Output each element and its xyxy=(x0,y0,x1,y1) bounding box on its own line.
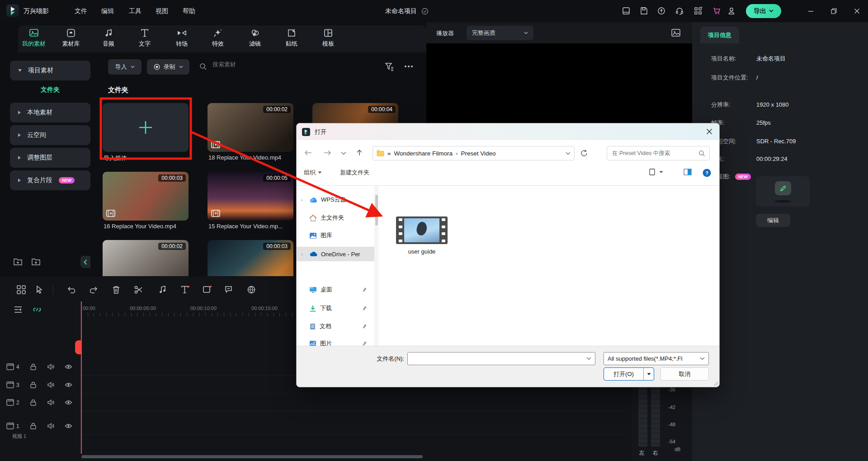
sidebar-item-local-media[interactable]: 本地素材 xyxy=(10,103,90,122)
display-mode-icon[interactable] xyxy=(622,6,631,15)
cart-icon[interactable] xyxy=(712,6,721,15)
tab-my-media[interactable]: 我的素材 xyxy=(15,27,53,52)
playhead-line[interactable] xyxy=(81,301,82,454)
dialog-sidebar-item-gallery[interactable]: 图库 xyxy=(297,228,374,243)
menu-edit[interactable]: 编辑 xyxy=(101,7,114,15)
dialog-titlebar[interactable]: 打开 xyxy=(297,123,719,140)
eye-icon[interactable] xyxy=(65,363,72,371)
scrollbar-thumb[interactable] xyxy=(375,195,378,226)
restore-button[interactable] xyxy=(829,6,839,15)
manage-tracks-icon[interactable] xyxy=(14,306,23,314)
eye-icon[interactable] xyxy=(65,381,72,389)
combo-dropdown-icon[interactable] xyxy=(700,357,705,360)
eye-icon[interactable] xyxy=(65,399,72,406)
open-button[interactable]: 打开(O) xyxy=(604,367,654,381)
combo-dropdown-icon[interactable] xyxy=(586,357,591,360)
sidebar-item-compound-clip[interactable]: 复合片段 NEW xyxy=(10,170,90,190)
split-scissors-icon[interactable] xyxy=(133,285,143,295)
playhead-handle[interactable] xyxy=(75,340,81,354)
help-icon[interactable]: ? xyxy=(703,169,711,177)
menu-view[interactable]: 视图 xyxy=(156,7,168,15)
tab-project-info[interactable]: 项目信息 xyxy=(700,27,739,43)
lock-icon[interactable] xyxy=(29,422,37,430)
tab-effects[interactable]: 特效 xyxy=(199,27,237,52)
select-cursor-icon[interactable] xyxy=(34,285,44,295)
up-icon[interactable] xyxy=(355,149,363,157)
sidebar-item-cloud-space[interactable]: 云空间 xyxy=(10,125,90,145)
filetype-combo[interactable]: All supported files(*.MP4;*.Fl xyxy=(604,352,709,365)
redo-icon[interactable] xyxy=(89,285,99,295)
more-options-icon[interactable] xyxy=(403,61,415,71)
dialog-sidebar-item-wps[interactable]: › WPS云盘 xyxy=(297,193,374,207)
lock-icon[interactable] xyxy=(29,399,37,406)
lock-icon[interactable] xyxy=(29,363,37,371)
dialog-search-input[interactable] xyxy=(611,150,698,157)
recent-locations-icon[interactable] xyxy=(341,151,346,155)
sidebar-item-folder[interactable]: 文件夹 xyxy=(10,86,90,94)
undo-icon[interactable] xyxy=(66,285,76,295)
tab-filters[interactable]: 滤镜 xyxy=(236,27,274,52)
file-item-user-guide[interactable]: user guide xyxy=(396,216,448,255)
translate-globe-icon[interactable] xyxy=(246,285,256,295)
menu-help[interactable]: 帮助 xyxy=(183,7,195,15)
minimize-button[interactable] xyxy=(806,6,816,15)
delete-folder-icon[interactable] xyxy=(31,257,41,266)
media-thumbnail[interactable]: 00:00:03 xyxy=(208,240,293,276)
tab-audio[interactable]: 音频 xyxy=(90,27,127,52)
edit-button[interactable]: 编辑 xyxy=(756,214,790,227)
tab-transitions[interactable]: 转场 xyxy=(163,27,201,52)
media-thumbnail[interactable]: 00:00:02 xyxy=(208,103,293,152)
tab-text[interactable]: 文字 xyxy=(126,27,164,52)
edit-cover-pencil-icon[interactable] xyxy=(775,181,791,195)
filename-combo[interactable] xyxy=(407,352,595,365)
forward-icon[interactable] xyxy=(323,149,332,157)
menu-file[interactable]: 文件 xyxy=(75,7,87,15)
lock-icon[interactable] xyxy=(29,381,37,389)
breadcrumb-prefix[interactable]: « xyxy=(387,150,391,157)
new-folder-button[interactable]: 新建文件夹 xyxy=(340,169,369,177)
cloud-upload-icon[interactable] xyxy=(657,6,666,15)
dialog-sidebar-item-onedrive[interactable]: › OneDrive - Per xyxy=(297,247,374,261)
dialog-sidebar-item-desktop[interactable]: 桌面 xyxy=(297,282,374,297)
address-dropdown-icon[interactable] xyxy=(566,152,571,155)
import-media-tile[interactable] xyxy=(103,103,189,152)
detach-audio-icon[interactable] xyxy=(158,285,168,295)
dialog-sidebar-item-downloads[interactable]: 下载 xyxy=(297,301,374,315)
cover-preview[interactable] xyxy=(756,176,810,207)
eye-icon[interactable] xyxy=(65,422,72,430)
quality-select[interactable]: 完整画质 xyxy=(467,26,533,40)
refresh-icon[interactable] xyxy=(580,149,588,157)
address-bar[interactable]: « Wondershare Filmora › Preset Video xyxy=(373,146,575,160)
mute-speaker-icon[interactable] xyxy=(47,422,55,430)
dialog-sidebar-item-documents[interactable]: 文档 xyxy=(297,319,374,334)
organize-button[interactable]: 组织 xyxy=(304,169,322,177)
save-icon[interactable] xyxy=(639,6,648,15)
mute-speaker-icon[interactable] xyxy=(47,381,55,389)
collapse-sidebar-button[interactable] xyxy=(80,256,90,268)
filter-funnel-icon[interactable] xyxy=(384,61,394,71)
sidebar-item-project-media[interactable]: 项目素材 xyxy=(10,61,90,80)
text-tool-icon[interactable] xyxy=(180,285,190,295)
menu-tools[interactable]: 工具 xyxy=(129,7,142,15)
account-icon[interactable] xyxy=(727,6,736,15)
tab-stickers[interactable]: 贴纸 xyxy=(273,27,311,52)
link-clips-icon[interactable] xyxy=(33,306,42,314)
back-icon[interactable] xyxy=(304,149,313,157)
media-thumbnail[interactable]: 00:00:05 xyxy=(208,172,293,221)
dialog-sidebar-item-home[interactable]: 主文件夹 xyxy=(297,211,374,225)
view-mode-button[interactable] xyxy=(649,169,663,175)
media-thumbnail[interactable]: 00:00:03 xyxy=(103,172,189,221)
timeline-scrollbar[interactable] xyxy=(81,455,423,458)
timeline-layout-icon[interactable] xyxy=(16,285,26,295)
support-headset-icon[interactable] xyxy=(675,6,684,15)
mute-speaker-icon[interactable] xyxy=(47,399,55,406)
export-button[interactable]: 导出 xyxy=(746,4,781,18)
open-split-dropdown[interactable] xyxy=(643,368,654,380)
cancel-button[interactable]: 取消 xyxy=(660,367,709,381)
dialog-search-box[interactable] xyxy=(607,146,710,160)
record-button[interactable]: 录制 xyxy=(147,59,189,75)
tab-templates[interactable]: 模板 xyxy=(309,27,347,52)
speech-to-text-icon[interactable] xyxy=(224,285,234,295)
close-button[interactable] xyxy=(852,6,862,15)
media-search-input[interactable] xyxy=(212,61,363,68)
